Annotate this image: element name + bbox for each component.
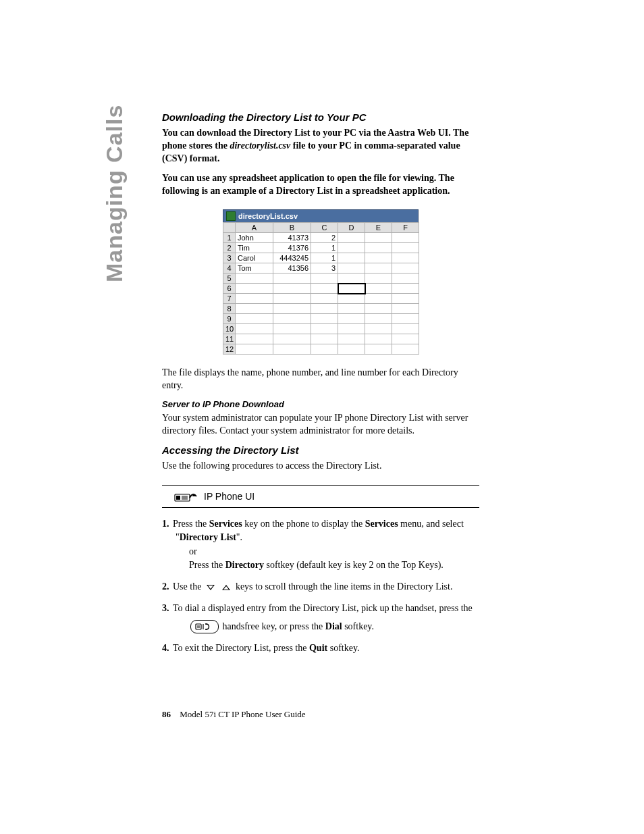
cell — [392, 263, 419, 273]
paragraph: Use the following procedures to access t… — [162, 460, 479, 473]
svg-point-10 — [205, 629, 207, 630]
spreadsheet-titlebar: directoryList.csv — [223, 209, 419, 222]
cell — [236, 304, 273, 314]
row-header: 10 — [223, 324, 236, 334]
row-header: 1 — [223, 233, 236, 243]
cell — [236, 284, 273, 294]
row-header: 3 — [223, 253, 236, 263]
cell — [392, 273, 419, 284]
cell: 4443245 — [273, 253, 311, 263]
cell — [365, 304, 392, 314]
cell: 1 — [311, 243, 338, 253]
up-arrow-icon — [222, 585, 230, 590]
cell: Tom — [236, 263, 273, 273]
cell: 41376 — [273, 243, 311, 253]
cell — [311, 294, 338, 304]
cell — [338, 233, 365, 243]
row-header: 11 — [223, 334, 236, 344]
page-number: 86 — [162, 709, 171, 719]
cell — [311, 284, 338, 294]
cell — [365, 284, 392, 294]
cell — [365, 324, 392, 334]
down-arrow-icon — [207, 585, 215, 590]
col-header: D — [338, 223, 365, 233]
cell — [338, 344, 365, 355]
row-header: 6 — [223, 284, 236, 294]
cell — [338, 253, 365, 263]
page-footer: 86 Model 57i CT IP Phone User Guide — [162, 709, 306, 720]
cell — [236, 324, 273, 334]
cell — [365, 243, 392, 253]
row-header: 12 — [223, 344, 236, 355]
cell — [236, 294, 273, 304]
cell — [392, 324, 419, 334]
paragraph: The file displays the name, phone number… — [162, 367, 479, 392]
col-header: F — [392, 223, 419, 233]
cell — [338, 314, 365, 324]
row-header: 9 — [223, 314, 236, 324]
row-header: 2 — [223, 243, 236, 253]
cell — [392, 253, 419, 263]
cell — [392, 294, 419, 304]
cell — [338, 273, 365, 284]
cell — [392, 233, 419, 243]
row-header: 5 — [223, 273, 236, 284]
cell — [365, 334, 392, 344]
spreadsheet-example: directoryList.csv ABCDEF1John4137322Tim4… — [223, 209, 419, 355]
cell — [338, 294, 365, 304]
paragraph: Your system administrator can populate y… — [162, 412, 479, 438]
cell: John — [236, 233, 273, 243]
cell — [365, 273, 392, 284]
excel-icon — [226, 211, 236, 221]
cell — [236, 273, 273, 284]
cell: Carol — [236, 253, 273, 263]
paragraph: You can use any spreadsheet application … — [162, 172, 479, 198]
row-header: 8 — [223, 304, 236, 314]
svg-point-9 — [205, 623, 207, 625]
cell — [365, 263, 392, 273]
cell: 1 — [311, 253, 338, 263]
step-1: 1.Press the Services key on the phone to… — [162, 517, 479, 572]
cell — [365, 314, 392, 324]
svg-rect-1 — [176, 496, 180, 500]
footer-title: Model 57i CT IP Phone User Guide — [180, 709, 305, 719]
row-header: 4 — [223, 263, 236, 273]
heading-download: Downloading the Directory List to Your P… — [162, 111, 479, 123]
cell — [311, 273, 338, 284]
cell — [273, 304, 311, 314]
cell — [273, 334, 311, 344]
cell — [273, 324, 311, 334]
cell — [338, 263, 365, 273]
cell — [311, 344, 338, 355]
sidebar-section-title: Managing Calls — [101, 105, 128, 282]
step-3: 3.To dial a displayed entry from the Dir… — [162, 602, 479, 633]
cell — [273, 284, 311, 294]
cell: 41356 — [273, 263, 311, 273]
col-header: B — [273, 223, 311, 233]
cell: Tim — [236, 243, 273, 253]
cell — [311, 304, 338, 314]
ui-mode-row: IP Phone UI — [174, 490, 479, 503]
cell — [273, 344, 311, 355]
heading-accessing: Accessing the Directory List — [162, 444, 479, 456]
cell: 2 — [311, 233, 338, 243]
col-header: E — [365, 223, 392, 233]
row-header: 7 — [223, 294, 236, 304]
col-header: A — [236, 223, 273, 233]
cell — [392, 243, 419, 253]
spreadsheet-filename: directoryList.csv — [238, 212, 298, 220]
cell — [311, 314, 338, 324]
steps-list: 1.Press the Services key on the phone to… — [162, 517, 479, 656]
cell: 3 — [311, 263, 338, 273]
cell — [365, 233, 392, 243]
cell — [273, 294, 311, 304]
cell — [365, 294, 392, 304]
divider — [162, 507, 479, 508]
cell: 41373 — [273, 233, 311, 243]
cell — [365, 344, 392, 355]
cell — [338, 304, 365, 314]
cell — [338, 243, 365, 253]
heading-server-download: Server to IP Phone Download — [162, 399, 479, 409]
cell — [338, 324, 365, 334]
cell — [273, 273, 311, 284]
